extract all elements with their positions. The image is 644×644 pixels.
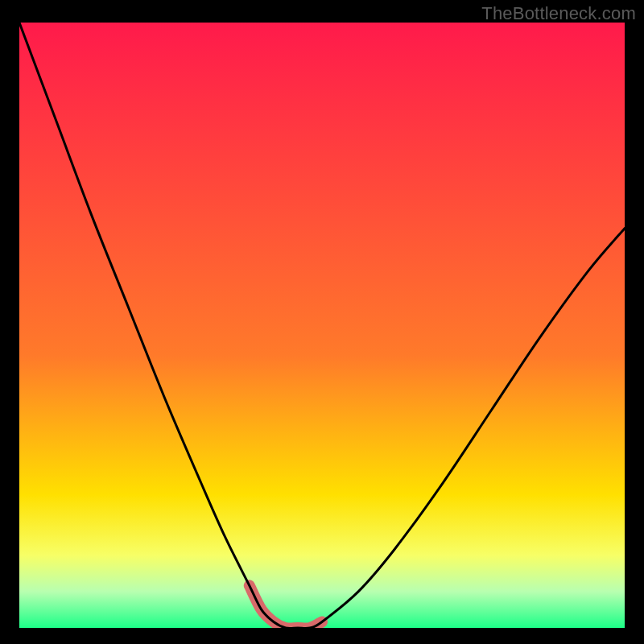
chart-frame: TheBottleneck.com xyxy=(0,0,644,644)
plot-svg xyxy=(19,23,625,628)
bottleneck-plot xyxy=(19,23,625,628)
gradient-background xyxy=(19,23,625,628)
watermark-text: TheBottleneck.com xyxy=(481,3,636,24)
